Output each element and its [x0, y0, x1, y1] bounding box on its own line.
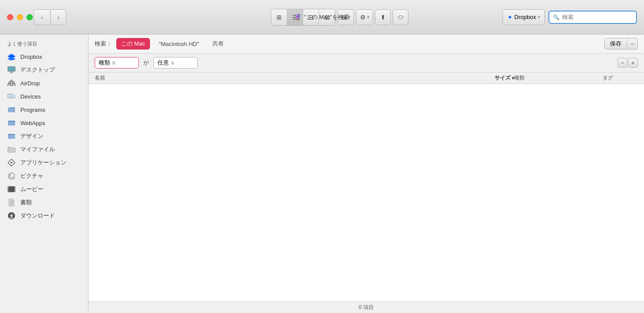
svg-rect-6 [8, 94, 12, 98]
svg-point-9 [8, 107, 9, 108]
sidebar-item-devices[interactable]: Devices [0, 90, 88, 103]
filter-any-chevron-icon: ⇅ [171, 61, 174, 65]
dropbox-sidebar-icon [7, 52, 16, 61]
sidebar-item-programs[interactable]: Programs [0, 103, 88, 116]
filter-type-chevron-icon: ⇅ [112, 61, 115, 65]
filter-any-label: 任意 [157, 59, 169, 67]
sidebar-item-airdrop-label: AirDrop [20, 80, 40, 87]
col-header-tag[interactable]: タグ [602, 74, 638, 82]
sidebar-item-docs[interactable]: 書類 [0, 196, 88, 209]
svg-rect-28 [14, 191, 15, 192]
shared-scope-button[interactable]: 共有 [208, 38, 228, 49]
save-button[interactable]: 保存 [604, 38, 627, 50]
sidebar-item-apps[interactable]: アプリケーション [0, 156, 88, 169]
sidebar: よく使う項目 Dropbox デスクトップ AirDrop [0, 34, 88, 313]
myfiles-sidebar-icon [7, 145, 16, 154]
item-count-label: 0 項目 [359, 304, 374, 311]
sidebar-item-desktop[interactable]: デスクトップ [0, 63, 88, 76]
gear-icon: ⚙ [360, 14, 366, 21]
tag-button[interactable]: ⬭ [393, 9, 409, 25]
sidebar-item-pictures-label: ピクチャ [20, 172, 43, 180]
sidebar-item-myfiles[interactable]: マイファイル [0, 143, 88, 156]
filter-any-select[interactable]: 任意 ⇅ [153, 57, 198, 69]
dropbox-button[interactable]: ✦ Dropbox ▾ [502, 9, 545, 25]
sidebar-item-downloads-label: ダウンロード [20, 212, 55, 220]
forward-icon: › [58, 14, 60, 21]
docs-sidebar-icon [7, 198, 16, 207]
svg-rect-21 [8, 186, 9, 187]
airdrop-sidebar-icon [7, 79, 16, 88]
col-header-size[interactable]: サイズ ▾ [452, 74, 514, 82]
sidebar-item-design-label: デザイン [20, 132, 43, 140]
maximize-button[interactable] [27, 14, 33, 20]
svg-rect-23 [8, 190, 9, 191]
main-area: よく使う項目 Dropbox デスクトップ AirDrop [0, 34, 644, 313]
sidebar-item-design[interactable]: デザイン [0, 130, 88, 143]
svg-rect-22 [8, 188, 9, 189]
save-remove-group: 保存 − [604, 38, 638, 50]
close-button[interactable] [7, 14, 13, 20]
search-input[interactable] [562, 14, 632, 20]
svg-rect-8 [14, 95, 15, 98]
minimize-button[interactable] [17, 14, 23, 20]
window-controls [7, 14, 33, 20]
remove-search-icon: − [630, 40, 634, 47]
filter-add-icon: + [631, 59, 635, 66]
icon-view-icon: ⊞ [276, 14, 282, 21]
sidebar-item-webapps[interactable]: WebApps [0, 116, 88, 130]
webapps-sidebar-icon [7, 118, 16, 127]
sidebar-item-airdrop[interactable]: AirDrop [0, 76, 88, 90]
svg-point-18 [10, 175, 11, 176]
dropbox-chevron-icon: ▾ [538, 15, 540, 19]
title-icon: 🔮 [295, 14, 302, 20]
desktop-sidebar-icon [7, 65, 16, 74]
sidebar-item-devices-label: Devices [20, 93, 41, 100]
toolbar-right: ✦ Dropbox ▾ 🔍 [502, 9, 637, 25]
search-box[interactable]: 🔍 [548, 11, 637, 24]
col-header-name[interactable]: 名前 [95, 74, 452, 82]
programs-sidebar-icon [7, 105, 16, 114]
movies-sidebar-icon [7, 185, 16, 194]
status-bar: 0 項目 [88, 302, 644, 313]
this-mac-scope-button[interactable]: この Mac [116, 38, 150, 50]
filter-ga-label: が [143, 59, 149, 67]
sidebar-item-downloads[interactable]: ダウンロード [0, 209, 88, 222]
action-chevron-icon: ▾ [367, 15, 369, 19]
sidebar-item-myfiles-label: マイファイル [20, 145, 55, 153]
svg-point-4 [10, 83, 13, 86]
search-icon: 🔍 [553, 14, 560, 20]
sidebar-item-programs-label: Programs [20, 107, 45, 113]
share-button[interactable]: ⬆ [375, 9, 391, 25]
titlebar: ‹ › ⊞ ☰ ⊟ ⊡ ⊞ ▾ ⚙ ▾ [0, 0, 644, 34]
back-button[interactable]: ‹ [34, 9, 50, 25]
macintosh-hd-scope-button[interactable]: "Macintosh HD" [154, 39, 203, 49]
svg-rect-20 [8, 187, 15, 192]
icon-view-button[interactable]: ⊞ [272, 9, 288, 25]
sidebar-section-title: よく使う項目 [0, 39, 88, 49]
remove-search-button[interactable]: − [627, 38, 638, 50]
col-tag-label: タグ [602, 74, 613, 82]
sidebar-item-docs-label: 書類 [20, 198, 32, 206]
forward-button[interactable]: › [50, 9, 66, 25]
svg-rect-25 [14, 186, 15, 187]
sidebar-item-pictures[interactable]: ピクチャ [0, 169, 88, 183]
filter-actions: − + [617, 58, 638, 68]
filter-type-select[interactable]: 種類 ⇅ [95, 57, 139, 69]
sidebar-item-webapps-label: WebApps [20, 120, 45, 126]
content-area: 検索： この Mac "Macintosh HD" 共有 保存 − 種類 ⇅ が… [88, 34, 644, 313]
filter-remove-icon: − [621, 59, 624, 66]
svg-rect-26 [14, 188, 15, 189]
tag-icon: ⬭ [398, 13, 403, 21]
sidebar-item-dropbox-label: Dropbox [20, 53, 42, 60]
filter-add-button[interactable]: + [628, 58, 638, 68]
devices-sidebar-icon [7, 92, 16, 101]
filter-remove-button[interactable]: − [617, 58, 627, 68]
dropbox-icon: ✦ [507, 14, 513, 21]
pictures-sidebar-icon [7, 172, 16, 180]
svg-rect-3 [10, 73, 13, 73]
sidebar-item-dropbox[interactable]: Dropbox [0, 50, 88, 63]
sidebar-item-movies[interactable]: ムービー [0, 183, 88, 196]
svg-point-16 [11, 162, 12, 164]
action-button[interactable]: ⚙ ▾ [356, 9, 373, 25]
col-header-kind[interactable]: 種類 [514, 74, 602, 82]
